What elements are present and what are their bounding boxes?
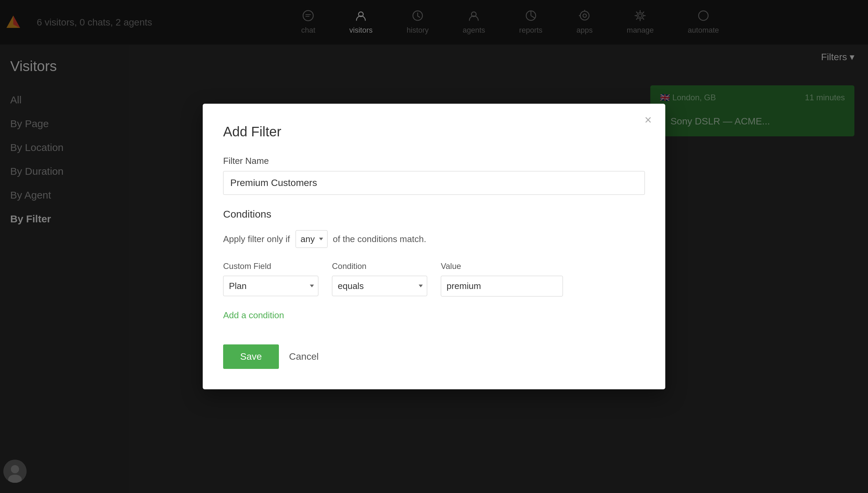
conditions-label: Conditions [223,208,645,220]
custom-field-label: Custom Field [223,261,318,271]
condition-label: Condition [332,261,427,271]
add-condition-link[interactable]: Add a condition [223,310,284,321]
save-button[interactable]: Save [223,344,279,369]
custom-field-select[interactable]: Plan Email Name Phone [223,276,318,296]
apply-text-before: Apply filter only if [223,234,290,244]
value-col: Value [441,261,563,296]
value-label: Value [441,261,563,271]
cancel-button[interactable]: Cancel [289,351,319,362]
modal-overlay: × Add Filter Filter Name Conditions Appl… [0,0,868,493]
custom-field-col: Custom Field Plan Email Name Phone [223,261,318,296]
modal-close-button[interactable]: × [645,114,652,126]
modal-actions: Save Cancel [223,344,645,369]
match-select[interactable]: any all [296,230,328,248]
modal-title: Add Filter [223,124,645,139]
filter-name-input[interactable] [223,171,645,195]
condition-col: Condition equals contains starts with en… [332,261,427,296]
filter-name-label: Filter Name [223,156,645,166]
value-input[interactable] [441,276,563,296]
condition-select[interactable]: equals contains starts with ends with [332,276,427,296]
conditions-row: Apply filter only if any all of the cond… [223,230,645,248]
field-columns: Custom Field Plan Email Name Phone Condi… [223,261,645,296]
apply-text-after: of the conditions match. [333,234,427,244]
add-filter-modal: × Add Filter Filter Name Conditions Appl… [203,104,665,389]
